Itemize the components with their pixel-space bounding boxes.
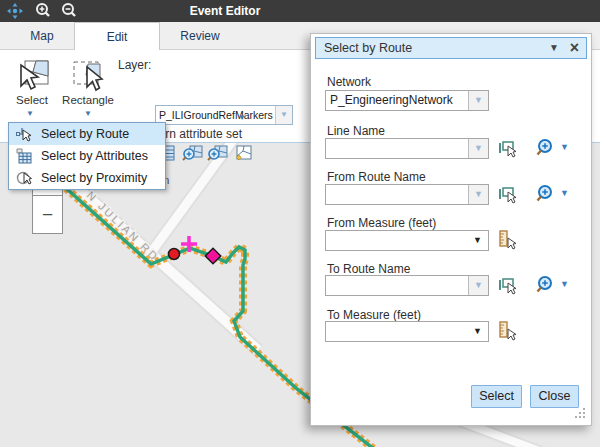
menu-item-select-by-route[interactable]: Select by Route [9,123,165,145]
panel-title: Select by Route [324,38,412,58]
menu-item-label: Select by Route [41,127,129,141]
menu-item-select-by-attributes[interactable]: Select by Attributes [9,145,165,167]
zoom-to-selection-icon[interactable] [182,144,202,163]
close-button[interactable]: Close [530,385,579,408]
menu-item-label: Select by Proximity [41,171,147,185]
network-combobox-arrow-icon[interactable]: ▼ [468,91,488,110]
from-route-label: From Route Name [327,170,426,184]
panel-collapse-caret-icon[interactable]: ▼ [549,38,559,58]
to-route-label: To Route Name [327,262,410,276]
select-by-route-icon [16,126,32,142]
titlebar: Event Editor [0,0,600,22]
map-zoom-out-button[interactable]: − [33,196,62,233]
layer-label: Layer: [118,58,151,72]
layer-combobox-arrow-icon[interactable]: ▼ [275,106,292,124]
to-route-zoom-caret-icon[interactable]: ▼ [560,279,569,289]
line-name-label: Line Name [327,124,385,138]
select-tool-label[interactable]: Select [6,94,58,106]
from-route-zoom-icon[interactable] [535,184,557,206]
select-by-route-panel: Select by Route ▼ × Network P_Engineerin… [310,33,592,426]
to-route-combobox-arrow-icon[interactable]: ▼ [468,276,488,295]
red-point-marker [169,249,180,260]
rectangle-tool-label[interactable]: Rectangle [58,94,118,106]
to-route-zoom-icon[interactable] [535,275,557,297]
to-measure-combobox[interactable]: ▼ [325,321,489,342]
tab-review[interactable]: Review [158,22,242,50]
zoom-to-selection-alt-icon[interactable] [207,144,227,163]
select-tool-caret-icon[interactable]: ▼ [26,110,34,118]
select-by-attributes-icon [16,148,32,164]
to-route-combobox[interactable]: ▼ [325,275,489,296]
rectangle-tool-caret-icon[interactable]: ▼ [84,110,92,118]
app-title: Event Editor [0,0,450,22]
select-by-proximity-icon [16,170,32,186]
rectangle-tool-icon[interactable] [70,58,106,94]
line-zoom-caret-icon[interactable]: ▼ [560,142,569,152]
to-measure-combobox-caret-icon[interactable]: ▼ [473,322,482,341]
layer-combobox-value: P_ILIGroundRefMarkers [159,106,273,124]
select-tool-icon[interactable] [14,58,50,94]
menu-item-select-by-proximity[interactable]: Select by Proximity [9,167,165,189]
panel-resize-grip[interactable] [574,407,586,419]
line-name-combobox-arrow-icon[interactable]: ▼ [468,139,488,158]
layer-combobox[interactable]: P_ILIGroundRefMarkers ▼ [155,105,293,125]
network-combobox-value: P_EngineeringNetwork [330,91,453,110]
to-measure-label: To Measure (feet) [327,308,421,322]
from-measure-ruler-icon[interactable] [497,229,519,251]
magenta-diamond-marker [205,248,221,264]
menu-item-label: Select by Attributes [41,149,148,163]
from-route-zoom-caret-icon[interactable]: ▼ [560,188,569,198]
line-name-combobox[interactable]: ▼ [325,138,489,159]
road-label: N JULIAN RD [85,189,162,264]
tab-map[interactable]: Map [10,22,74,50]
panel-close-icon[interactable]: × [570,38,579,58]
from-route-combobox-arrow-icon[interactable]: ▼ [468,185,488,204]
to-route-select-on-map-icon[interactable] [497,274,519,296]
from-measure-label: From Measure (feet) [327,216,436,230]
from-measure-combobox[interactable]: ▼ [325,230,489,251]
from-route-select-on-map-icon[interactable] [497,183,519,205]
select-button[interactable]: Select [471,385,522,408]
panel-header[interactable]: Select by Route ▼ × [315,37,587,59]
line-select-on-map-icon[interactable] [497,137,519,159]
from-measure-combobox-caret-icon[interactable]: ▼ [473,231,482,250]
tab-edit[interactable]: Edit [74,22,160,52]
to-measure-ruler-icon[interactable] [497,320,519,342]
network-combobox[interactable]: P_EngineeringNetwork ▼ [325,90,489,111]
new-selection-caret-icon[interactable]: ▼ [238,114,246,122]
line-zoom-icon[interactable] [535,138,557,160]
select-dropdown-menu: Select by Route Select by Attributes Sel… [8,122,166,190]
from-route-combobox[interactable]: ▼ [325,184,489,205]
new-selection-icon[interactable] [233,144,253,163]
network-label: Network [327,75,371,89]
